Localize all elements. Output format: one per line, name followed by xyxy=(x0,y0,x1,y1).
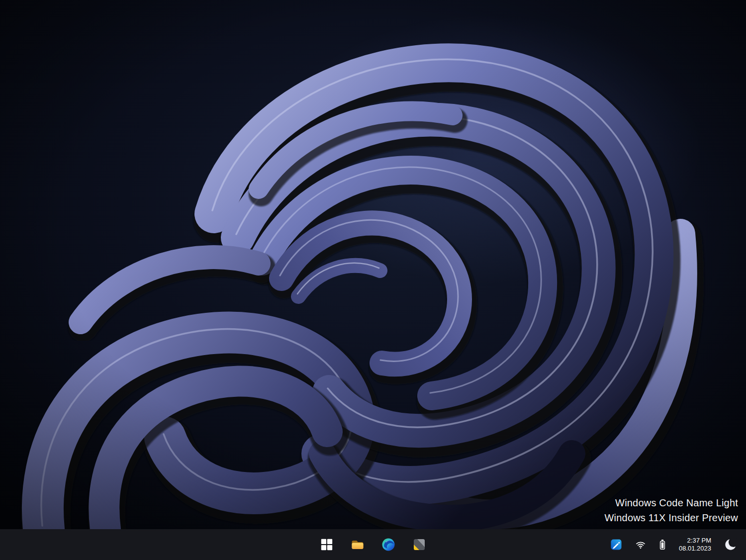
edge-browser-icon xyxy=(381,538,395,552)
wallpaper-bloom xyxy=(0,0,746,529)
night-mode-button[interactable] xyxy=(721,535,741,555)
watermark-line2: Windows 11X Insider Preview xyxy=(605,510,738,525)
night-mode-moon-icon xyxy=(724,538,738,552)
tray-time: 2:37 PM xyxy=(679,537,711,545)
wifi-icon xyxy=(635,539,646,550)
ink-pen-app-button[interactable] xyxy=(607,536,625,554)
ink-pen-icon xyxy=(610,539,622,551)
notes-app-button[interactable] xyxy=(408,534,430,556)
desktop[interactable]: Windows Code Name Light Windows 11X Insi… xyxy=(0,0,746,529)
edge-browser-button[interactable] xyxy=(377,534,399,556)
system-tray: 2:37 PM 08.01.2023 xyxy=(607,529,741,560)
battery-button[interactable] xyxy=(656,536,669,553)
file-explorer-icon xyxy=(351,538,365,552)
battery-icon xyxy=(659,539,666,550)
clock[interactable]: 2:37 PM 08.01.2023 xyxy=(676,535,714,555)
taskbar-center-icons xyxy=(316,529,430,560)
wifi-button[interactable] xyxy=(632,536,649,553)
watermark-line1: Windows Code Name Light xyxy=(605,495,738,510)
taskbar: 2:37 PM 08.01.2023 xyxy=(0,529,746,560)
start-button[interactable] xyxy=(316,534,338,556)
tray-date: 08.01.2023 xyxy=(679,545,711,553)
windows-start-icon xyxy=(320,538,333,551)
notes-app-icon xyxy=(413,538,426,551)
insider-watermark: Windows Code Name Light Windows 11X Insi… xyxy=(605,495,738,525)
file-explorer-button[interactable] xyxy=(347,534,369,556)
